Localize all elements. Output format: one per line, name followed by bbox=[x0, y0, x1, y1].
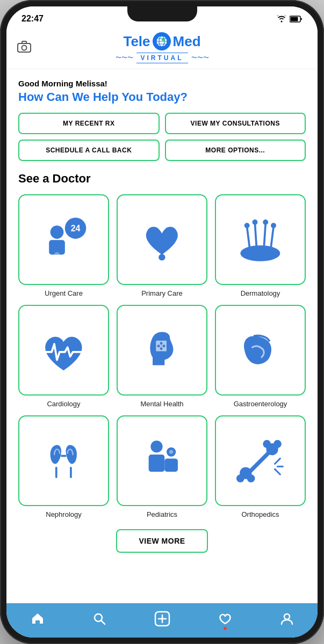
primary-care-label: Primary Care bbox=[141, 289, 183, 297]
doctor-card-gastroenterology[interactable]: Gastroenterology bbox=[215, 305, 306, 408]
nav-search[interactable] bbox=[92, 612, 106, 626]
logo-globe-icon: + bbox=[153, 32, 171, 50]
view-consultations-button[interactable]: VIEW MY CONSULTATIONS bbox=[165, 113, 306, 134]
doctor-card-mental-health[interactable]: Mental Health bbox=[117, 305, 207, 408]
greeting-text: Good Morning Melissa! bbox=[18, 79, 306, 88]
schedule-callback-button[interactable]: SCHEDULE A CALL BACK bbox=[18, 140, 160, 161]
gastroenterology-icon-box bbox=[215, 305, 306, 396]
svg-point-3 bbox=[22, 45, 27, 50]
svg-point-25 bbox=[253, 219, 258, 225]
dermatology-label: Dermatology bbox=[241, 289, 280, 297]
svg-point-50 bbox=[273, 440, 282, 448]
doctor-card-orthopedics[interactable]: Orthopedics bbox=[215, 415, 306, 518]
orthopedics-label: Orthopedics bbox=[241, 510, 279, 518]
svg-point-33 bbox=[160, 347, 163, 350]
svg-rect-40 bbox=[149, 455, 165, 472]
svg-point-35 bbox=[163, 345, 165, 347]
phone-frame: 22:47 bbox=[0, 0, 324, 644]
svg-line-53 bbox=[275, 469, 280, 474]
doctor-grid: 24 Urgent Care bbox=[18, 194, 306, 518]
dermatology-icon-box bbox=[215, 194, 306, 285]
svg-line-55 bbox=[101, 620, 105, 624]
logo: Tele + Med bbox=[116, 32, 209, 63]
notch bbox=[127, 6, 197, 21]
cardiology-icon-box bbox=[18, 305, 109, 396]
urgent-care-icon-box: 24 bbox=[18, 194, 109, 285]
more-options-button[interactable]: MORE OPTIONS... bbox=[165, 140, 306, 161]
svg-point-26 bbox=[263, 219, 268, 225]
bottom-nav bbox=[6, 603, 318, 638]
nephrology-icon-box bbox=[18, 415, 109, 506]
svg-point-12 bbox=[51, 225, 64, 239]
orthopedics-icon-box bbox=[215, 415, 306, 506]
svg-point-49 bbox=[263, 440, 271, 448]
my-recent-rx-button[interactable]: MY RECENT RX bbox=[18, 113, 160, 134]
svg-point-47 bbox=[247, 474, 255, 482]
svg-rect-42 bbox=[164, 458, 178, 472]
mental-health-label: Mental Health bbox=[140, 400, 183, 408]
view-more-button[interactable]: VIEW MORE bbox=[116, 529, 207, 553]
svg-point-43 bbox=[169, 450, 173, 453]
nav-favorites[interactable] bbox=[218, 612, 232, 626]
nav-favorites-dot bbox=[224, 627, 227, 630]
svg-point-19 bbox=[240, 245, 280, 261]
doctor-card-cardiology[interactable]: Cardiology bbox=[18, 305, 109, 408]
logo-virtual: VIRTUAL bbox=[136, 53, 188, 63]
status-icons bbox=[277, 15, 303, 23]
svg-rect-2 bbox=[18, 43, 31, 52]
app-header: Tele + Med bbox=[6, 28, 318, 69]
phone-screen: 22:47 bbox=[6, 6, 318, 638]
quick-actions: MY RECENT RX VIEW MY CONSULTATIONS SCHED… bbox=[18, 113, 306, 161]
svg-text:24: 24 bbox=[71, 223, 81, 233]
svg-point-39 bbox=[151, 441, 163, 452]
primary-care-icon-box bbox=[117, 194, 207, 285]
logo-med: Med bbox=[173, 33, 201, 50]
logo-tele: Tele bbox=[123, 33, 150, 50]
cardiology-label: Cardiology bbox=[47, 400, 80, 408]
mental-health-icon-box bbox=[117, 305, 207, 396]
gastroenterology-label: Gastroenterology bbox=[234, 400, 287, 408]
svg-point-24 bbox=[244, 223, 250, 228]
status-time: 22:47 bbox=[21, 14, 44, 24]
svg-point-16 bbox=[54, 252, 60, 257]
main-question: How Can We Help You Today? bbox=[18, 90, 306, 104]
pediatrics-icon-box bbox=[117, 415, 207, 506]
see-doctor-title: See a Doctor bbox=[18, 172, 306, 186]
nephrology-label: Nephrology bbox=[46, 510, 82, 518]
doctor-card-urgent-care[interactable]: 24 Urgent Care bbox=[18, 194, 109, 297]
doctor-card-pediatrics[interactable]: Pediatrics bbox=[117, 415, 207, 518]
wifi-icon bbox=[277, 15, 286, 23]
battery-icon bbox=[290, 16, 303, 23]
svg-point-59 bbox=[284, 614, 290, 619]
svg-point-27 bbox=[271, 223, 276, 228]
svg-rect-4 bbox=[22, 41, 26, 43]
urgent-care-label: Urgent Care bbox=[45, 289, 83, 297]
svg-line-51 bbox=[275, 458, 280, 464]
svg-point-46 bbox=[236, 474, 244, 482]
camera-icon[interactable] bbox=[17, 41, 31, 55]
svg-point-34 bbox=[157, 345, 160, 347]
main-content: Good Morning Melissa! How Can We Help Yo… bbox=[6, 69, 318, 603]
doctor-card-nephrology[interactable]: Nephrology bbox=[18, 415, 109, 518]
nav-profile[interactable] bbox=[280, 612, 294, 626]
nav-add[interactable] bbox=[154, 611, 170, 627]
svg-rect-1 bbox=[291, 17, 298, 21]
pediatrics-label: Pediatrics bbox=[147, 510, 177, 518]
nav-home[interactable] bbox=[31, 612, 45, 626]
doctor-card-primary-care[interactable]: Primary Care bbox=[117, 194, 207, 297]
doctor-card-dermatology[interactable]: Dermatology bbox=[215, 194, 306, 297]
svg-point-32 bbox=[160, 342, 163, 345]
